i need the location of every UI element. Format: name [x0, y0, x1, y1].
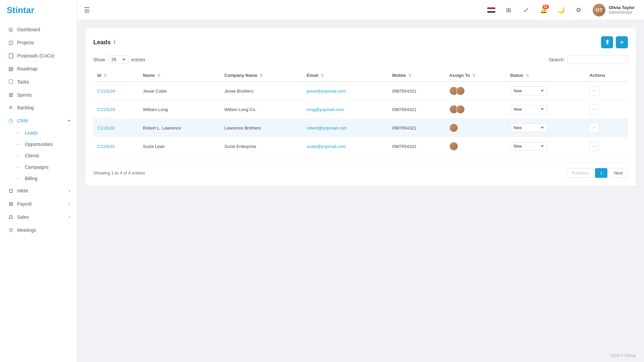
sidebar-item-projects[interactable]: ◫ Projects	[0, 36, 77, 49]
email-link[interactable]: long@yopmail.com	[307, 107, 344, 112]
sidebar-item-tasks[interactable]: ☐ Tasks	[0, 75, 77, 88]
cell-actions: ···	[585, 119, 628, 137]
col-header-assign-to[interactable]: Assign To ⇅	[445, 69, 506, 82]
sidebar-item-clients[interactable]: Clients	[0, 150, 77, 161]
sidebar-item-crm[interactable]: ◷ CRM ▾	[0, 114, 77, 127]
apps-icon-button[interactable]: ⊞	[503, 4, 515, 16]
sidebar-item-sales[interactable]: ⚖ Sales ›	[0, 210, 77, 223]
col-header-status[interactable]: Status ⇅	[506, 69, 586, 82]
sidebar-item-opportunities[interactable]: Opportunities	[0, 139, 77, 150]
lead-id-link[interactable]: C110L02	[97, 125, 115, 131]
more-actions-button[interactable]: ···	[589, 86, 599, 96]
proposals-icon: 📋	[8, 52, 14, 59]
layout-icon-button[interactable]: ⤢	[520, 4, 532, 16]
search-input[interactable]	[567, 55, 628, 64]
entries-select[interactable]: 10 25 50 100	[108, 55, 129, 64]
gear-icon: ⚙	[576, 6, 581, 14]
col-header-actions: Actions	[585, 69, 628, 82]
actions-cell: ···	[589, 123, 624, 133]
status-select[interactable]: NewIn ProgressClosedWonLost	[510, 87, 547, 95]
notification-icon-button[interactable]: 🔔 52	[538, 4, 550, 16]
sidebar-item-campaigns[interactable]: Campaigns	[0, 161, 77, 173]
lead-id-link[interactable]: C110L04	[97, 89, 115, 94]
cell-status: NewIn ProgressClosedWonLost	[506, 119, 586, 137]
previous-button[interactable]: Previous	[566, 168, 594, 178]
more-actions-button[interactable]: ···	[589, 104, 599, 114]
avatar	[456, 87, 465, 95]
upload-button[interactable]: ⬆	[601, 36, 613, 48]
status-select[interactable]: NewIn ProgressClosedWonLost	[510, 123, 547, 132]
more-actions-button[interactable]: ···	[589, 141, 599, 151]
flag-icon-button[interactable]	[485, 4, 497, 16]
chevron-right-icon: ›	[69, 189, 70, 193]
sidebar-item-billing[interactable]: Billing	[0, 173, 77, 184]
col-header-company[interactable]: Company Name ⇅	[220, 69, 302, 82]
sidebar-item-leads[interactable]: Leads	[0, 127, 77, 139]
sidebar-item-meetings[interactable]: ⊙ Meetings	[0, 223, 77, 237]
cell-email: suzie@yopmail.com	[303, 137, 388, 156]
assign-avatars	[449, 105, 502, 114]
avatar	[449, 142, 458, 151]
entries-label: entries	[131, 57, 145, 62]
sort-icon: ⇅	[321, 73, 324, 77]
more-actions-button[interactable]: ···	[589, 123, 599, 133]
sidebar-item-hrm[interactable]: ⊡ HRM ›	[0, 184, 77, 197]
cell-company: Willam Long Co.	[220, 100, 302, 119]
panel-header: Leads ℹ ⬆ +	[93, 36, 628, 48]
user-area[interactable]: OT Olivia Taylor Administrator	[590, 2, 637, 18]
sidebar-item-roadmap[interactable]: ▤ Roadmap	[0, 62, 77, 75]
search-area: Search:	[549, 55, 628, 64]
sort-icon: ⇅	[408, 73, 411, 77]
sidebar-item-label: CRM	[17, 118, 28, 123]
assign-avatars	[449, 123, 502, 132]
sub-item-label: Clients	[25, 153, 39, 158]
next-button[interactable]: Next	[609, 168, 628, 178]
status-select[interactable]: NewIn ProgressClosedWonLost	[510, 105, 547, 114]
info-icon[interactable]: ℹ	[113, 39, 115, 45]
status-select[interactable]: NewIn ProgressClosedWonLost	[510, 142, 547, 151]
page-1-button[interactable]: 1	[595, 168, 607, 178]
email-link[interactable]: robert@yopmail.com	[307, 125, 347, 131]
sub-item-label: Billing	[25, 176, 37, 181]
sidebar-item-dashboard[interactable]: ◎ Dashboard	[0, 23, 77, 36]
email-link[interactable]: jesse@yopmail.com	[307, 89, 346, 94]
roadmap-icon: ▤	[8, 65, 14, 72]
sort-icon: ⇅	[157, 73, 160, 77]
avatar	[449, 123, 458, 132]
add-lead-button[interactable]: +	[616, 36, 628, 48]
col-header-id[interactable]: Id ⇅	[93, 69, 139, 82]
user-name: Olivia Taylor	[609, 5, 635, 10]
table-row: C110L02Robert L. LawrenceLawrence Brothe…	[93, 119, 628, 137]
cell-name: Robert L. Lawrence	[139, 119, 220, 137]
assign-avatars	[449, 87, 502, 95]
hamburger-icon[interactable]: ☰	[84, 6, 90, 14]
email-link[interactable]: suzie@yopmail.com	[307, 144, 346, 149]
sidebar-item-label: Dashboard	[17, 27, 40, 32]
sidebar-item-sprints[interactable]: ⊞ Sprints	[0, 88, 77, 101]
sidebar: Stintar ◎ Dashboard ◫ Projects 📋 Proposa…	[0, 0, 77, 362]
col-header-name[interactable]: Name ⇅	[139, 69, 220, 82]
footer: 2024 © Stintar	[77, 349, 644, 362]
logo: Stintar	[0, 0, 77, 20]
notification-badge: 52	[543, 5, 549, 9]
cell-name: Jesse Coble	[139, 82, 220, 100]
cell-mobile: 0987654321	[388, 100, 445, 119]
col-header-mobile[interactable]: Mobile ⇅	[388, 69, 445, 82]
lead-id-link[interactable]: C110L03	[97, 107, 115, 112]
sidebar-item-payroll[interactable]: ⊞ Payroll ›	[0, 197, 77, 210]
cell-assign-to	[445, 82, 506, 100]
entries-info: Showing 1 to 4 of 4 entries	[93, 170, 145, 175]
sort-icon: ⇅	[104, 73, 107, 77]
sidebar-item-proposals[interactable]: 📋 Proposals (CoCo)	[0, 49, 77, 62]
pagination-area: Showing 1 to 4 of 4 entries Previous 1 N…	[93, 162, 628, 178]
sales-icon: ⚖	[8, 214, 14, 220]
col-header-email[interactable]: Email ⇅	[303, 69, 388, 82]
settings-icon-button[interactable]: ⚙	[573, 4, 585, 16]
cell-company: Lawrence Brothers	[220, 119, 302, 137]
sidebar-item-backlog[interactable]: ≡ Backlog	[0, 101, 77, 114]
page-title: Leads	[93, 39, 111, 46]
user-role: Administrator	[609, 10, 635, 15]
sort-icon: ⇅	[260, 73, 263, 77]
lead-id-link[interactable]: C110L01	[97, 144, 115, 149]
darkmode-icon-button[interactable]: 🌙	[555, 4, 567, 16]
